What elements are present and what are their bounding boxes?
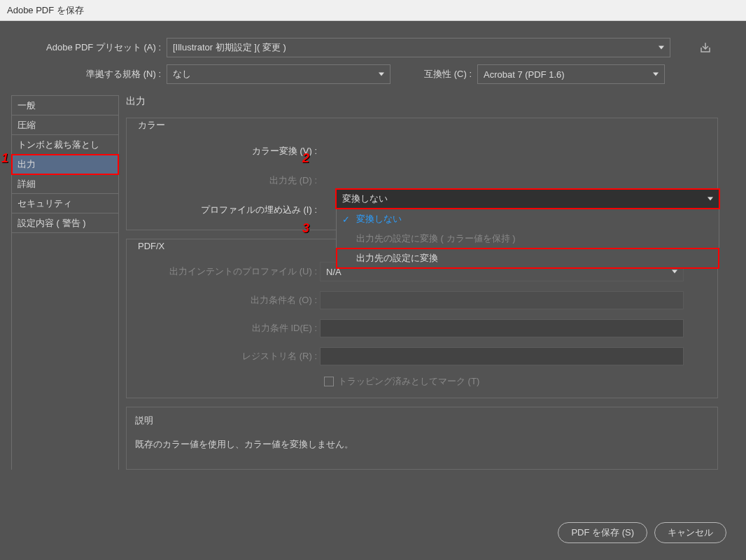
dropdown-option-convert[interactable]: 出力先の設定に変換 xyxy=(337,248,719,268)
cancel-button[interactable]: キャンセル xyxy=(654,522,726,543)
condition-name-row: 出力条件名 (O) : xyxy=(135,291,709,309)
compat-value: Acrobat 7 (PDF 1.6) xyxy=(484,69,565,80)
standard-compat-row: 準拠する規格 (N) : なし 互換性 (C) : Acrobat 7 (PDF… xyxy=(17,64,729,84)
sidebar-item-output[interactable]: 出力 xyxy=(12,155,118,174)
sidebar-item-advanced[interactable]: 詳細 xyxy=(12,174,118,194)
intent-profile-label: 出力インテントのプロファイル (U) : xyxy=(135,265,320,278)
condition-id-input xyxy=(320,319,684,337)
dialog-body: Adobe PDF プリセット (A) : [Illustrator 初期設定 … xyxy=(0,21,746,560)
condition-name-label: 出力条件名 (O) : xyxy=(135,294,320,307)
standard-value: なし xyxy=(173,68,191,80)
destination-label: 出力先 (D) : xyxy=(135,174,320,187)
compat-select[interactable]: Acrobat 7 (PDF 1.6) xyxy=(477,64,665,84)
dropdown-option-convert-preserve: 出力先の設定に変換 ( カラー値を保持 ) xyxy=(337,229,719,248)
condition-id-label: 出力条件 ID(E) : xyxy=(135,322,320,335)
color-conversion-value: 変換しない xyxy=(342,192,388,205)
window-titlebar: Adobe PDF を保存 xyxy=(0,0,746,21)
registry-label: レジストリ名 (R) : xyxy=(135,350,320,363)
standard-select[interactable]: なし xyxy=(167,64,390,84)
color-conversion-select[interactable]: 変換しない xyxy=(336,189,719,209)
standard-label: 準拠する規格 (N) : xyxy=(17,68,161,80)
preset-row: Adobe PDF プリセット (A) : [Illustrator 初期設定 … xyxy=(17,38,729,57)
preset-value: [Illustrator 初期設定 ]( 変更 ) xyxy=(173,41,286,54)
trapping-label: トラッピング済みとしてマーク (T) xyxy=(338,375,479,388)
pdfx-legend: PDF/X xyxy=(136,241,166,251)
panel-title: 出力 xyxy=(126,95,718,108)
sidebar-item-label: 詳細 xyxy=(17,178,36,190)
dropdown-option-label: 変換しない xyxy=(356,213,402,225)
trapping-row: トラッピング済みとしてマーク (T) xyxy=(135,375,709,388)
preset-label: Adobe PDF プリセット (A) : xyxy=(17,41,161,54)
condition-id-row: 出力条件 ID(E) : xyxy=(135,319,709,337)
trapping-checkbox xyxy=(324,377,334,386)
color-legend: カラー xyxy=(136,119,167,132)
dropdown-list: 変換しない 出力先の設定に変換 ( カラー値を保持 ) 出力先の設定に変換 xyxy=(336,209,719,269)
content-panel: 出力 カラー カラー変換 (V) : 出力先 (D) : プロファイルの埋め込み… xyxy=(119,95,729,470)
annotation-marker-1: 1 xyxy=(1,151,8,166)
sidebar-item-label: 圧縮 xyxy=(17,119,36,132)
annotation-marker-2: 2 xyxy=(302,151,309,166)
preset-select[interactable]: [Illustrator 初期設定 ]( 変更 ) xyxy=(167,38,670,57)
sidebar-item-label: 出力 xyxy=(17,158,36,171)
sidebar-item-general[interactable]: 一般 xyxy=(12,96,118,115)
main-area: 一般 圧縮 トンボと裁ち落とし 出力 詳細 セキュリティ 設定内容 ( 警告 )… xyxy=(0,90,746,470)
compat-label: 互換性 (C) : xyxy=(407,68,472,80)
description-fieldset: 説明 既存のカラー値を使用し、カラー値を変換しません。 xyxy=(126,407,718,470)
description-legend: 説明 xyxy=(135,414,709,427)
dialog-footer: PDF を保存 (S) キャンセル xyxy=(558,522,726,543)
category-sidebar: 一般 圧縮 トンボと裁ち落とし 出力 詳細 セキュリティ 設定内容 ( 警告 ) xyxy=(11,95,119,470)
registry-row: レジストリ名 (R) : xyxy=(135,347,709,365)
dropdown-option-label: 出力先の設定に変換 ( カラー値を保持 ) xyxy=(356,232,516,245)
description-text: 既存のカラー値を使用し、カラー値を変換しません。 xyxy=(135,438,709,451)
dropdown-option-no-convert[interactable]: 変換しない xyxy=(337,209,719,229)
color-conversion-row: カラー変換 (V) : xyxy=(135,141,709,161)
sidebar-item-label: 一般 xyxy=(17,99,36,112)
destination-row: 出力先 (D) : xyxy=(135,171,709,190)
window-title: Adobe PDF を保存 xyxy=(7,4,84,17)
profile-embed-label: プロファイルの埋め込み (I) : xyxy=(135,204,320,216)
sidebar-item-security[interactable]: セキュリティ xyxy=(12,194,118,214)
save-preset-icon[interactable] xyxy=(698,41,712,55)
destination-placeholder xyxy=(320,171,709,190)
sidebar-item-label: トンボと裁ち落とし xyxy=(17,139,99,151)
save-button-label: PDF を保存 (S) xyxy=(571,526,634,539)
sidebar-item-label: セキュリティ xyxy=(17,197,72,210)
sidebar-item-summary[interactable]: 設定内容 ( 警告 ) xyxy=(12,214,118,233)
sidebar-item-marks[interactable]: トンボと裁ち落とし xyxy=(12,135,118,155)
cancel-button-label: キャンセル xyxy=(668,526,713,539)
color-conversion-dropdown: 変換しない 変換しない 出力先の設定に変換 ( カラー値を保持 ) 出力先の設定… xyxy=(336,189,719,269)
color-conversion-label: カラー変換 (V) : xyxy=(135,145,320,158)
header-section: Adobe PDF プリセット (A) : [Illustrator 初期設定 … xyxy=(0,21,746,90)
condition-name-input xyxy=(320,291,684,309)
registry-input xyxy=(320,347,684,365)
save-button[interactable]: PDF を保存 (S) xyxy=(558,522,647,543)
sidebar-item-compression[interactable]: 圧縮 xyxy=(12,115,118,135)
color-conversion-placeholder xyxy=(320,141,709,161)
annotation-marker-3: 3 xyxy=(302,221,309,236)
sidebar-item-label: 設定内容 ( 警告 ) xyxy=(17,217,86,230)
dropdown-option-label: 出力先の設定に変換 xyxy=(356,252,438,265)
